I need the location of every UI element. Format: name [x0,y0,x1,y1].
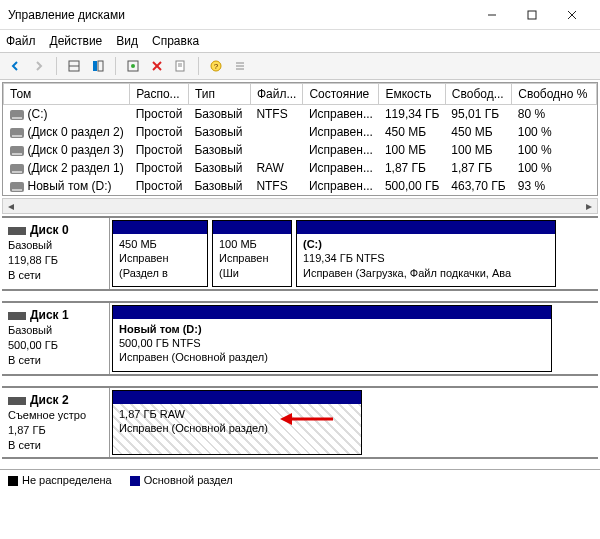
partition[interactable]: Новый том (D:)500,00 ГБ NTFSИсправен (Ос… [112,305,552,372]
partition[interactable]: 100 МБИсправен (Ши [212,220,292,287]
disk-info[interactable]: Диск 2Съемное устро1,87 ГБВ сети [2,388,110,457]
cell-cap: 100 МБ [379,141,445,159]
maximize-button[interactable] [512,1,552,29]
volume-icon [10,182,24,192]
col-fs[interactable]: Файл... [250,84,303,105]
cell-free: 100 МБ [445,141,511,159]
cell-free: 95,01 ГБ [445,105,511,124]
window-title: Управление дисками [8,8,472,22]
disk-row: Диск 2Съемное устро1,87 ГБВ сети1,87 ГБ … [2,386,598,459]
volume-icon [10,128,24,138]
cell-free: 450 МБ [445,123,511,141]
volume-icon [10,146,24,156]
cell-layout: Простой [130,123,189,141]
menu-action[interactable]: Действие [50,34,103,48]
layout-2-icon[interactable] [87,55,109,77]
col-freepct[interactable]: Свободно % [512,84,597,105]
cell-layout: Простой [130,159,189,177]
close-button[interactable] [552,1,592,29]
cell-pct: 93 % [512,177,597,195]
partition-cap [113,221,207,234]
svg-rect-7 [98,61,103,71]
col-type[interactable]: Тип [188,84,250,105]
col-volume[interactable]: Том [4,84,130,105]
cell-pct: 100 % [512,141,597,159]
cell-name: (Диск 2 раздел 1) [4,159,130,177]
cell-status: Исправен... [303,159,379,177]
disk-icon [8,397,26,405]
table-row[interactable]: (Диск 0 раздел 3)ПростойБазовыйИсправен.… [4,141,597,159]
cell-fs [250,123,303,141]
partition-cap [113,391,361,404]
disk-diagram: Диск 0Базовый119,88 ГБВ сети450 МБИсправ… [2,216,598,459]
cell-type: Базовый [188,141,250,159]
legend-primary: Основной раздел [130,474,233,486]
properties-icon[interactable] [170,55,192,77]
cell-type: Базовый [188,177,250,195]
partition[interactable]: 1,87 ГБ RAWИсправен (Основной раздел) [112,390,362,455]
disk-icon [8,312,26,320]
horizontal-scrollbar[interactable]: ◂ ▸ [2,198,598,214]
cell-fs: RAW [250,159,303,177]
list-icon[interactable] [229,55,251,77]
forward-button[interactable] [28,55,50,77]
partition[interactable]: (C:)119,34 ГБ NTFSИсправен (Загрузка, Фа… [296,220,556,287]
scroll-left-icon[interactable]: ◂ [3,199,19,213]
cell-name: (Диск 0 раздел 2) [4,123,130,141]
cell-name: (Диск 0 раздел 3) [4,141,130,159]
cell-name: (C:) [4,105,130,124]
menu-help[interactable]: Справка [152,34,199,48]
partition-cap [213,221,291,234]
layout-1-icon[interactable] [63,55,85,77]
col-free[interactable]: Свобод... [445,84,511,105]
toolbar: ? [0,52,600,80]
cell-cap: 450 МБ [379,123,445,141]
cell-status: Исправен... [303,105,379,124]
volume-table: Том Распо... Тип Файл... Состояние Емкос… [2,82,598,196]
minimize-button[interactable] [472,1,512,29]
cell-type: Базовый [188,123,250,141]
cell-type: Базовый [188,159,250,177]
menubar: Файл Действие Вид Справка [0,30,600,52]
disk-row: Диск 1Базовый500,00 ГБВ сетиНовый том (D… [2,301,598,376]
refresh-icon[interactable] [122,55,144,77]
titlebar: Управление дисками [0,0,600,30]
delete-icon[interactable] [146,55,168,77]
volume-icon [10,110,24,120]
partition-container: 1,87 ГБ RAWИсправен (Основной раздел) [110,388,598,457]
back-button[interactable] [4,55,26,77]
svg-rect-6 [93,61,97,71]
arrow-icon [278,409,338,429]
cell-fs: NTFS [250,105,303,124]
cell-fs [250,141,303,159]
table-row[interactable]: (Диск 2 раздел 1)ПростойБазовыйRAWИсправ… [4,159,597,177]
scroll-right-icon[interactable]: ▸ [581,199,597,213]
disk-row: Диск 0Базовый119,88 ГБВ сети450 МБИсправ… [2,216,598,291]
partition-container: 450 МБИсправен (Раздел в100 МБИсправен (… [110,218,598,289]
table-row[interactable]: (C:)ПростойБазовыйNTFSИсправен...119,34 … [4,105,597,124]
svg-marker-21 [280,413,292,425]
menu-file[interactable]: Файл [6,34,36,48]
partition-cap [297,221,555,234]
svg-text:?: ? [214,62,219,71]
col-capacity[interactable]: Емкость [379,84,445,105]
svg-point-9 [131,64,135,68]
cell-layout: Простой [130,105,189,124]
cell-pct: 100 % [512,159,597,177]
disk-info[interactable]: Диск 1Базовый500,00 ГБВ сети [2,303,110,374]
col-layout[interactable]: Распо... [130,84,189,105]
partition[interactable]: 450 МБИсправен (Раздел в [112,220,208,287]
table-row[interactable]: Новый том (D:)ПростойБазовыйNTFSИсправен… [4,177,597,195]
cell-cap: 1,87 ГБ [379,159,445,177]
cell-name: Новый том (D:) [4,177,130,195]
cell-cap: 500,00 ГБ [379,177,445,195]
cell-free: 463,70 ГБ [445,177,511,195]
menu-view[interactable]: Вид [116,34,138,48]
help-icon[interactable]: ? [205,55,227,77]
disk-info[interactable]: Диск 0Базовый119,88 ГБВ сети [2,218,110,289]
table-row[interactable]: (Диск 0 раздел 2)ПростойБазовыйИсправен.… [4,123,597,141]
disk-icon [8,227,26,235]
col-status[interactable]: Состояние [303,84,379,105]
cell-free: 1,87 ГБ [445,159,511,177]
legend: Не распределена Основной раздел [0,469,600,490]
